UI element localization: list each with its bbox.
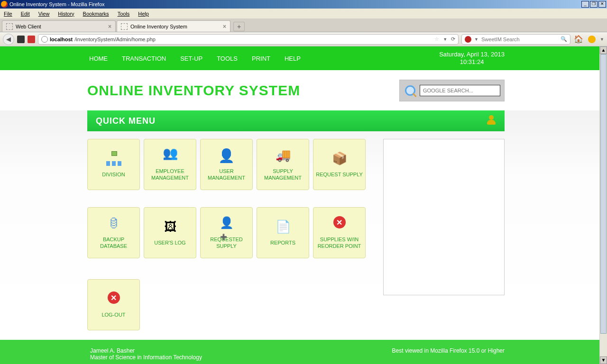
tab-online-inventory[interactable]: Online Inventory System ×	[117, 20, 230, 32]
maximize-button[interactable]: ❐	[590, 1, 598, 8]
new-tab-button[interactable]: +	[233, 22, 245, 31]
magnifier-icon	[404, 84, 417, 97]
menu-bookmarks[interactable]: Bookmarks	[83, 11, 109, 17]
url-dropdown-icon[interactable]: ▼	[443, 37, 447, 42]
user-icon[interactable]	[487, 115, 496, 127]
menu-tools[interactable]: Tools	[118, 11, 130, 17]
tile-employee-management[interactable]: EMPLOYEE MANAGEMENT	[144, 139, 196, 190]
nav-home[interactable]: HOME	[89, 55, 108, 62]
nav-setup[interactable]: SET-UP	[180, 55, 202, 62]
close-window-button[interactable]: ✕	[598, 1, 606, 8]
nav-transaction[interactable]: TRANSACTION	[122, 55, 166, 62]
side-panel	[383, 139, 505, 295]
tile-request-supply[interactable]: REQUEST SUPPLY	[313, 139, 366, 190]
menu-history[interactable]: History	[58, 11, 74, 17]
tile-label: EMPLOYEE MANAGEMENT	[145, 168, 195, 181]
menu-edit[interactable]: Edit	[21, 11, 30, 17]
ic-user-icon	[218, 148, 235, 164]
site-search-input[interactable]	[420, 85, 500, 96]
site-title: ONLINE INVENTORY SYSTEM	[87, 82, 300, 99]
footer-degree: Master of Science in Information Technol…	[90, 354, 202, 361]
tab-label: Online Inventory System	[130, 24, 187, 29]
date-text: Saturday, April 13, 2013	[439, 51, 505, 58]
tile-requested-supply[interactable]: REQUESTED SUPPLY	[200, 207, 253, 258]
nav-print[interactable]: PRINT	[252, 55, 270, 62]
time-text: 10:31:24	[439, 58, 505, 66]
tab-web-client[interactable]: Web Client ×	[2, 20, 116, 32]
vertical-scrollbar[interactable]: ▲ ▼	[599, 46, 607, 364]
ic-org-icon	[105, 151, 122, 167]
tile-label: LOG-OUT	[101, 311, 125, 318]
tile-division[interactable]: DIVISION	[87, 139, 140, 190]
search-go-icon[interactable]: 🔍	[561, 36, 567, 42]
extension-icon[interactable]	[28, 36, 35, 43]
favicon-icon	[121, 23, 128, 30]
site-identity-icon	[41, 36, 48, 43]
ic-userplus-icon	[218, 216, 235, 232]
scroll-track[interactable]	[600, 54, 607, 356]
back-button[interactable]: ◀	[3, 34, 14, 45]
tile-supplies-w-in-reorder-point[interactable]: SUPPLIES W/IN REORDER POINT	[313, 207, 366, 258]
ic-db-icon	[105, 216, 122, 232]
ic-box-icon	[331, 151, 348, 167]
quick-menu-grid: DIVISIONEMPLOYEE MANAGEMENTUSER MANAGEME…	[87, 139, 372, 330]
tile-supply-management[interactable]: SUPPLY MANAGEMENT	[257, 139, 309, 190]
tab-strip: Web Client × Online Inventory System × +	[0, 19, 607, 32]
scroll-thumb[interactable]	[600, 54, 607, 334]
address-bar[interactable]: localhost/inventorySystem/Admin/home.php…	[38, 34, 459, 45]
tile-user-management[interactable]: USER MANAGEMENT	[200, 139, 253, 190]
quick-menu-bar: QUICK MENU	[87, 110, 505, 131]
footer-author: Jameel A. Basher	[90, 347, 202, 354]
ic-stop-icon	[331, 216, 348, 232]
menu-help[interactable]: Help	[138, 11, 149, 17]
tile-label: BACKUP DATABASE	[89, 236, 138, 249]
ic-truck-icon	[275, 148, 292, 164]
tile-label: SUPPLIES W/IN REORDER POINT	[314, 236, 364, 249]
footer: Jameel A. Basher Master of Science in In…	[0, 340, 599, 364]
ic-docs-icon	[275, 219, 292, 236]
url-path: /inventorySystem/Admin/home.php	[74, 36, 156, 42]
ic-log-icon	[162, 219, 179, 236]
reload-icon[interactable]: ⟳	[451, 36, 455, 42]
tile-log-out[interactable]: LOG-OUT	[87, 279, 140, 330]
tile-label: USER MANAGEMENT	[202, 168, 251, 181]
search-placeholder: SweetIM Search	[481, 36, 520, 42]
footer-browser-note: Best viewed in Mozilla Firefox 15.0 or H…	[392, 347, 505, 364]
ic-stop-icon	[105, 291, 122, 308]
site-search-widget	[399, 80, 505, 101]
window-titlebar: Online Inventory System - Mozilla Firefo…	[0, 0, 607, 9]
url-host: localhost	[50, 36, 73, 42]
browser-search-box[interactable]: ▼ SweetIM Search 🔍	[461, 34, 570, 45]
bookmark-star-icon[interactable]: ☆	[434, 36, 439, 42]
menu-file[interactable]: File	[4, 11, 12, 17]
menu-view[interactable]: View	[38, 11, 50, 17]
page-content: HOME TRANSACTION SET-UP TOOLS PRINT HELP…	[0, 46, 599, 364]
toolbar-dropdown-icon[interactable]: ▼	[600, 37, 604, 42]
tile-reports[interactable]: REPORTS	[257, 207, 309, 258]
home-button[interactable]: 🏠	[573, 34, 584, 45]
browser-menubar: File Edit View History Bookmarks Tools H…	[0, 9, 607, 19]
quick-menu-title: QUICK MENU	[96, 116, 156, 126]
nav-toolbar: ◀ localhost/inventorySystem/Admin/home.p…	[0, 32, 607, 46]
tab-label: Web Client	[16, 24, 41, 29]
header-band: ONLINE INVENTORY SYSTEM	[0, 70, 599, 110]
search-engine-icon[interactable]	[465, 36, 471, 43]
nav-help[interactable]: HELP	[285, 55, 301, 62]
tab-close-icon[interactable]: ×	[108, 23, 111, 30]
search-dropdown-icon[interactable]: ▼	[474, 37, 478, 42]
smiley-extension-icon[interactable]	[587, 34, 597, 45]
tile-user-s-log[interactable]: USER'S LOG	[144, 207, 196, 258]
tile-label: USER'S LOG	[154, 239, 185, 246]
minimize-button[interactable]: _	[581, 1, 589, 8]
nav-tools[interactable]: TOOLS	[217, 55, 238, 62]
top-nav: HOME TRANSACTION SET-UP TOOLS PRINT HELP…	[0, 46, 599, 70]
tile-label: DIVISION	[102, 171, 125, 178]
window-title: Online Inventory System - Mozilla Firefo…	[9, 1, 105, 7]
lastpass-icon[interactable]	[17, 36, 25, 43]
tab-close-icon[interactable]: ×	[223, 23, 226, 30]
tile-label: SUPPLY MANAGEMENT	[258, 168, 308, 181]
scroll-down-arrow[interactable]: ▼	[600, 356, 607, 364]
scroll-up-arrow[interactable]: ▲	[600, 46, 607, 54]
tile-backup-database[interactable]: BACKUP DATABASE	[87, 207, 140, 258]
firefox-icon	[1, 1, 8, 8]
